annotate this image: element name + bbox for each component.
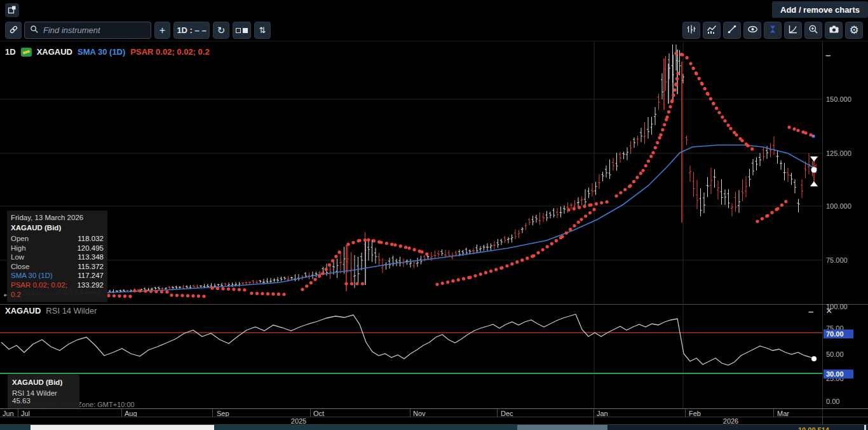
main-panel-minimize[interactable]: –: [825, 52, 831, 59]
rsi-chart-canvas[interactable]: [0, 304, 822, 408]
camera-icon: [829, 24, 839, 36]
instrument-icon: [21, 48, 32, 57]
chart-type-icon: [236, 28, 241, 33]
price-display-button[interactable]: [682, 22, 700, 39]
price-label: 100.000: [826, 202, 851, 210]
tracker-button[interactable]: [764, 22, 782, 39]
tooltip-row: SMA 30 (1D)117.247: [11, 271, 104, 281]
add-remove-charts-button[interactable]: Add / remove charts: [772, 1, 868, 18]
indicators-button[interactable]: [703, 22, 721, 39]
legend-symbol[interactable]: XAGAUD: [37, 47, 72, 57]
tooltip-row: High120.495: [11, 244, 104, 253]
legend-psar[interactable]: PSAR 0.02; 0.02; 0.2: [130, 47, 209, 57]
chart-legend: 1D XAGAUD SMA 30 (1D) PSAR 0.02; 0.02; 0…: [5, 47, 210, 57]
eye-icon: [747, 24, 758, 36]
snapshot-button[interactable]: [825, 22, 843, 39]
main-chart-canvas[interactable]: [0, 42, 822, 304]
legend-timeframe: 1D: [5, 47, 16, 57]
instrument-search[interactable]: [24, 22, 151, 39]
link-button[interactable]: [5, 22, 22, 39]
chart-type-button[interactable]: [233, 22, 251, 39]
tooltip-title: XAGAUD (Bid): [11, 224, 104, 232]
refresh-icon: ↻: [217, 25, 226, 36]
tooltip-row: PSAR 0.02; 0.02; 0.2133.292: [11, 281, 104, 299]
tooltip-row: Low113.348: [11, 253, 104, 262]
gear-icon: ⚙: [849, 24, 858, 37]
rsi-tooltip: XAGAUD (Bid) RSI 14 Wilder 45.63: [8, 375, 79, 408]
scale-button[interactable]: [784, 22, 802, 39]
price-label: 75.000: [826, 256, 848, 264]
link-icon: [9, 25, 18, 36]
timeframe-button[interactable]: 1D : – –: [173, 22, 210, 39]
rsi-label: 50.00: [826, 350, 844, 358]
search-icon: [30, 25, 39, 36]
rsi-panel-minimize[interactable]: –: [808, 309, 813, 315]
rsi-symbol[interactable]: XAGAUD: [5, 306, 41, 316]
rsi-panel-close[interactable]: ×: [826, 307, 832, 315]
visibility-button[interactable]: [743, 22, 761, 39]
scrollbar-handle[interactable]: [31, 425, 214, 430]
rsi-indicator-label[interactable]: RSI 14 Wilder: [46, 306, 97, 316]
price-label: 150.000: [826, 95, 851, 103]
rsi-level-badge[interactable]: 30.00: [824, 370, 853, 378]
scrollbar-handle-secondary[interactable]: [517, 425, 607, 430]
zoom-in-button[interactable]: [804, 22, 822, 39]
legend-sma[interactable]: SMA 30 (1D): [78, 47, 125, 57]
tooltip-row: Open118.032: [11, 234, 104, 244]
clipped-price-text: 10.00.514: [798, 426, 829, 430]
popout-button[interactable]: [5, 3, 19, 17]
zoom-in-icon: [808, 24, 818, 36]
scale-curve-icon: [788, 24, 798, 36]
trendline-icon: [727, 24, 737, 36]
rsi-level-badge[interactable]: 70.00: [824, 329, 853, 338]
tooltip-date: Friday, 13 March 2026: [11, 214, 104, 221]
chart-toolbar: + 1D : – – ↻ ⇅ ⚙: [0, 19, 868, 41]
scrollbar-edge: [864, 425, 866, 430]
updown-arrows-icon: ⇅: [259, 25, 266, 35]
refresh-button[interactable]: ↻: [213, 22, 229, 39]
axis-separator: [822, 42, 823, 424]
settings-button[interactable]: ⚙: [845, 22, 863, 39]
time-scrollbar[interactable]: [0, 425, 868, 430]
price-display-icon: [686, 24, 696, 36]
draw-trendline-button[interactable]: [723, 22, 741, 39]
tooltip-row: Close115.372: [11, 262, 104, 272]
rsi-header: XAGAUDRSI 14 Wilder: [5, 306, 97, 316]
tracker-hourglass-icon: [768, 24, 778, 36]
rsi-tooltip-value: RSI 14 Wilder 45.63: [12, 389, 75, 405]
trading-chart-window: Add / remove charts + 1D : – – ↻ ⇅: [0, 0, 868, 430]
rsi-tooltip-title: XAGAUD (Bid): [12, 378, 75, 386]
toolbar-right-icons: ⚙: [682, 22, 863, 39]
price-label: 125.000: [826, 149, 851, 157]
add-instrument-button[interactable]: +: [154, 22, 170, 39]
rsi-label: 0.00: [826, 398, 839, 405]
more-options-button[interactable]: ⇅: [254, 22, 271, 39]
search-input[interactable]: [43, 25, 156, 35]
top-bar: Add / remove charts: [0, 0, 868, 19]
popout-icon: [8, 5, 17, 16]
ohlc-tooltip: Friday, 13 March 2026 XAGAUD (Bid) Open1…: [7, 211, 107, 302]
indicators-icon: [707, 24, 717, 36]
